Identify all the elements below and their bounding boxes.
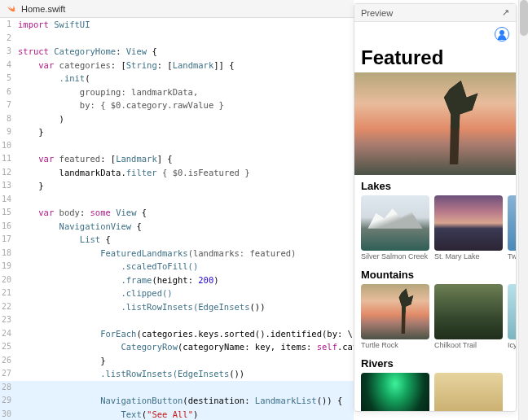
category-title: Lakes <box>354 175 516 195</box>
landmark-card[interactable]: Twi <box>508 195 516 260</box>
category-row[interactable] <box>354 373 516 411</box>
landmark-caption: Icy <box>508 341 516 349</box>
landmark-thumbnail <box>434 373 503 411</box>
landmark-caption: St. Mary Lake <box>434 252 503 260</box>
landmark-thumbnail <box>361 373 429 411</box>
landmark-card[interactable]: Icy <box>508 284 516 349</box>
preview-header: Preview ↗ <box>354 4 516 22</box>
featured-heading: Featured <box>354 43 516 72</box>
profile-icon[interactable] <box>495 27 509 42</box>
landmark-card[interactable]: St. Mary Lake <box>434 195 503 260</box>
preview-title: Preview <box>361 8 393 18</box>
landmark-card[interactable]: Silver Salmon Creek <box>361 195 429 260</box>
swift-file-icon <box>7 4 16 14</box>
landmark-card[interactable] <box>361 373 429 411</box>
landmark-card[interactable]: Turtle Rock <box>361 284 429 349</box>
landmark-thumbnail <box>508 284 516 339</box>
featured-hero-image[interactable] <box>354 72 516 175</box>
landmark-caption: Silver Salmon Creek <box>361 252 429 260</box>
landmark-thumbnail <box>434 195 503 251</box>
category-row[interactable]: Turtle RockChilkoot TrailIcy <box>354 284 516 352</box>
preview-pane: Preview ↗ Featured LakesSilver Salmon Cr… <box>354 3 517 412</box>
vertical-scrollbar[interactable] <box>518 0 528 420</box>
tab-filename: Home.swift <box>21 4 65 14</box>
category-title: Mountains <box>354 264 516 284</box>
editor-tab-bar: Home.swift <box>0 0 354 18</box>
landmark-thumbnail <box>434 284 503 339</box>
landmark-caption: Chilkoot Trail <box>434 341 503 349</box>
landmark-thumbnail <box>361 195 429 251</box>
category-title: Rivers <box>354 352 516 373</box>
landmark-thumbnail <box>361 284 429 339</box>
landmark-caption: Turtle Rock <box>361 341 429 349</box>
code-editor-pane[interactable]: Home.swift 1import SwiftUI 2 3struct Cat… <box>0 0 354 420</box>
landmark-card[interactable] <box>434 373 503 411</box>
preview-body[interactable]: Featured LakesSilver Salmon CreekSt. Mar… <box>354 22 516 411</box>
expand-icon[interactable]: ↗ <box>502 7 509 18</box>
landmark-caption: Twi <box>508 252 516 260</box>
scrollbar-thumb[interactable] <box>520 0 528 36</box>
landmark-card[interactable]: Chilkoot Trail <box>434 284 503 349</box>
category-row[interactable]: Silver Salmon CreekSt. Mary LakeTwi <box>354 195 516 264</box>
landmark-thumbnail <box>508 195 516 251</box>
code-area[interactable]: 1import SwiftUI 2 3struct CategoryHome: … <box>0 18 354 420</box>
